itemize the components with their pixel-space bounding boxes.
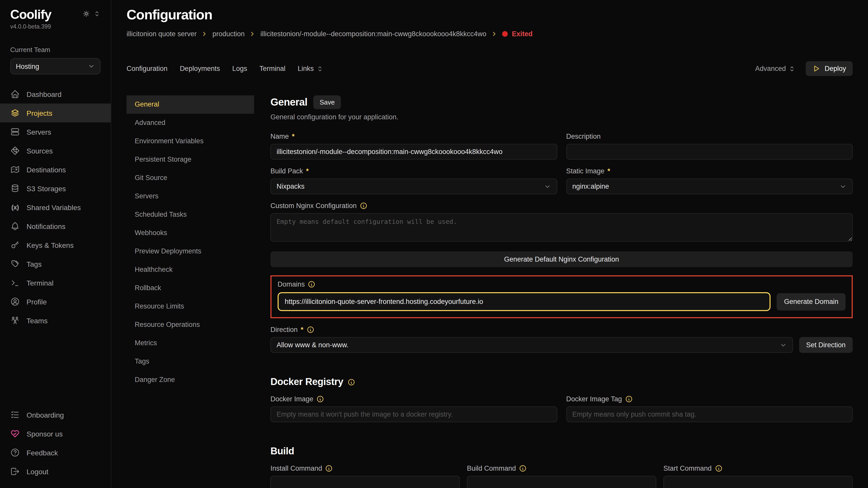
direction-select[interactable]: Allow www & non-www.: [271, 337, 793, 353]
sidebar-item-feedback[interactable]: Feedback: [0, 443, 111, 462]
sidebar-item-shared-variables[interactable]: (x) Shared Variables: [0, 198, 111, 217]
deploy-button[interactable]: Deploy: [806, 61, 853, 76]
subnav-item-metrics[interactable]: Metrics: [127, 334, 254, 352]
start-command-input[interactable]: [663, 476, 853, 488]
direction-value: Allow www & non-www.: [277, 341, 348, 349]
static-image-select[interactable]: nginx:alpine: [566, 178, 853, 194]
breadcrumb-application[interactable]: illicitestonion/-module--decomposition:m…: [260, 30, 486, 38]
sidebar-item-terminal[interactable]: Terminal: [0, 273, 111, 292]
generate-nginx-button[interactable]: Generate Default Nginx Configuration: [271, 251, 853, 267]
direction-field: Direction Allow www & non-www. Set Direc…: [271, 326, 853, 353]
sidebar-header: Coolify: [0, 7, 111, 22]
subnav-item-git-source[interactable]: Git Source: [127, 169, 254, 187]
advanced-dropdown[interactable]: Advanced: [755, 65, 796, 72]
team-select[interactable]: Hosting: [10, 58, 100, 74]
subnav-item-danger-zone[interactable]: Danger Zone: [127, 371, 254, 389]
breadcrumb-environment[interactable]: production: [213, 30, 245, 38]
docker-image-input[interactable]: [271, 406, 557, 422]
subnav-item-tags[interactable]: Tags: [127, 352, 254, 371]
generate-domain-button[interactable]: Generate Domain: [777, 293, 845, 310]
tab-deployments[interactable]: Deployments: [180, 65, 220, 72]
sidebar-item-label: Dashboard: [27, 90, 61, 98]
tab-configuration[interactable]: Configuration: [127, 65, 167, 72]
subnav-item-scheduled-tasks[interactable]: Scheduled Tasks: [127, 205, 254, 224]
tab-logs[interactable]: Logs: [232, 65, 247, 72]
theme-toggle-button[interactable]: [83, 10, 90, 20]
sidebar-item-logout[interactable]: Logout: [0, 462, 111, 481]
sidebar-item-tags[interactable]: Tags: [0, 255, 111, 273]
build-pack-label: Build Pack: [271, 167, 557, 175]
sidebar-header-icons: [83, 10, 100, 20]
sidebar-item-projects[interactable]: Projects: [0, 103, 111, 122]
sidebar-item-sponsor-us[interactable]: Sponsor us: [0, 424, 111, 443]
sidebar-item-notifications[interactable]: Notifications: [0, 217, 111, 236]
tab-terminal[interactable]: Terminal: [259, 65, 285, 72]
sidebar-item-destinations[interactable]: Destinations: [0, 160, 111, 179]
subnav-item-resource-limits[interactable]: Resource Limits: [127, 297, 254, 316]
sidebar-item-label: Servers: [27, 128, 51, 136]
build-pack-value: Nixpacks: [277, 183, 305, 190]
general-heading: General: [271, 96, 307, 108]
sidebar-item-label: Projects: [27, 109, 52, 117]
sidebar-item-teams[interactable]: Teams: [0, 311, 111, 330]
name-field: Name: [271, 133, 557, 160]
sidebar-item-keys-tokens[interactable]: Keys & Tokens: [0, 236, 111, 255]
tab-bar-right: Advanced Deploy: [755, 61, 853, 76]
info-icon: [715, 464, 722, 472]
sidebar-item-servers[interactable]: Servers: [0, 122, 111, 141]
build-pack-select[interactable]: Nixpacks: [271, 178, 557, 194]
sidebar-collapse-button[interactable]: [93, 10, 100, 20]
subnav-item-healthcheck[interactable]: Healthcheck: [127, 261, 254, 279]
status-dot: [502, 31, 508, 37]
sidebar-item-dashboard[interactable]: Dashboard: [0, 85, 111, 103]
selector-icon: [788, 65, 796, 72]
help-icon: [10, 448, 20, 457]
sidebar-item-onboarding[interactable]: Onboarding: [0, 405, 111, 424]
info-icon: [360, 202, 367, 209]
logout-icon: [10, 466, 20, 476]
sidebar-item-sources[interactable]: Sources: [0, 141, 111, 160]
build-command-label: Build Command: [467, 464, 656, 472]
subnav-item-general[interactable]: General: [127, 95, 254, 114]
build-command-input[interactable]: [467, 476, 656, 488]
description-label: Description: [566, 133, 853, 140]
custom-nginx-textarea[interactable]: [271, 213, 853, 242]
sidebar-nav: Dashboard Projects Servers Sources Desti…: [0, 85, 111, 330]
subnav-item-preview-deployments[interactable]: Preview Deployments: [127, 242, 254, 261]
docker-image-tag-input[interactable]: [566, 406, 853, 422]
sidebar-item-label: Destinations: [27, 165, 66, 174]
sidebar-item-label: Onboarding: [27, 411, 64, 419]
chevron-down-icon: [839, 183, 846, 190]
start-command-field: Start Command: [663, 464, 853, 488]
subnav-item-resource-operations[interactable]: Resource Operations: [127, 316, 254, 334]
users-icon: [10, 316, 20, 325]
chevron-right-icon: [491, 31, 498, 37]
subnav-item-servers[interactable]: Servers: [127, 187, 254, 205]
install-command-field: Install Command: [271, 464, 460, 488]
breadcrumb-project[interactable]: illicitonion quote server: [127, 30, 197, 38]
install-command-input[interactable]: [271, 476, 460, 488]
subnav-item-environment-variables[interactable]: Environment Variables: [127, 132, 254, 151]
subnav-item-persistent-storage[interactable]: Persistent Storage: [127, 151, 254, 169]
domains-input[interactable]: [278, 292, 771, 311]
tab-links[interactable]: Links: [298, 65, 323, 72]
terminal-icon: [10, 278, 20, 288]
direction-label: Direction: [271, 326, 853, 333]
subnav-item-advanced[interactable]: Advanced: [127, 114, 254, 132]
chevron-down-icon: [779, 341, 786, 349]
app-version: v4.0.0-beta.399: [0, 24, 111, 30]
configuration-content: General Advanced Environment Variables P…: [127, 95, 853, 488]
selector-icon: [316, 65, 323, 72]
name-input[interactable]: [271, 144, 557, 160]
subnav-item-rollback[interactable]: Rollback: [127, 279, 254, 297]
sidebar-item-profile[interactable]: Profile: [0, 292, 111, 311]
database-icon: [10, 184, 20, 193]
status-badge: Exited: [502, 30, 532, 38]
save-button[interactable]: Save: [314, 95, 341, 109]
tab-bar: Configuration Deployments Logs Terminal …: [127, 61, 853, 76]
sidebar-item-s3-storages[interactable]: S3 Storages: [0, 179, 111, 198]
settings-subnav: General Advanced Environment Variables P…: [127, 95, 254, 389]
subnav-item-webhooks[interactable]: Webhooks: [127, 224, 254, 242]
set-direction-button[interactable]: Set Direction: [799, 337, 853, 353]
description-input[interactable]: [566, 144, 853, 160]
